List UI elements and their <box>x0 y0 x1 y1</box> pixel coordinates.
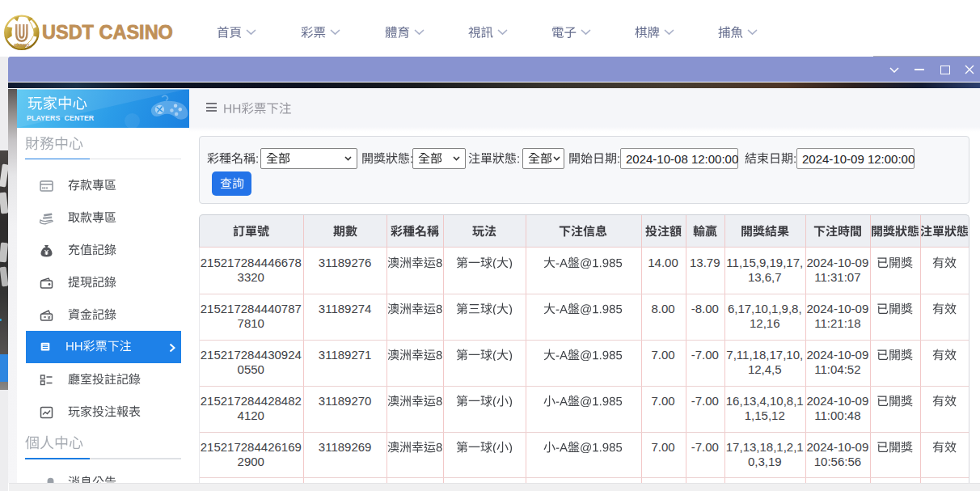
svg-text:CASINO: CASINO <box>14 42 30 47</box>
